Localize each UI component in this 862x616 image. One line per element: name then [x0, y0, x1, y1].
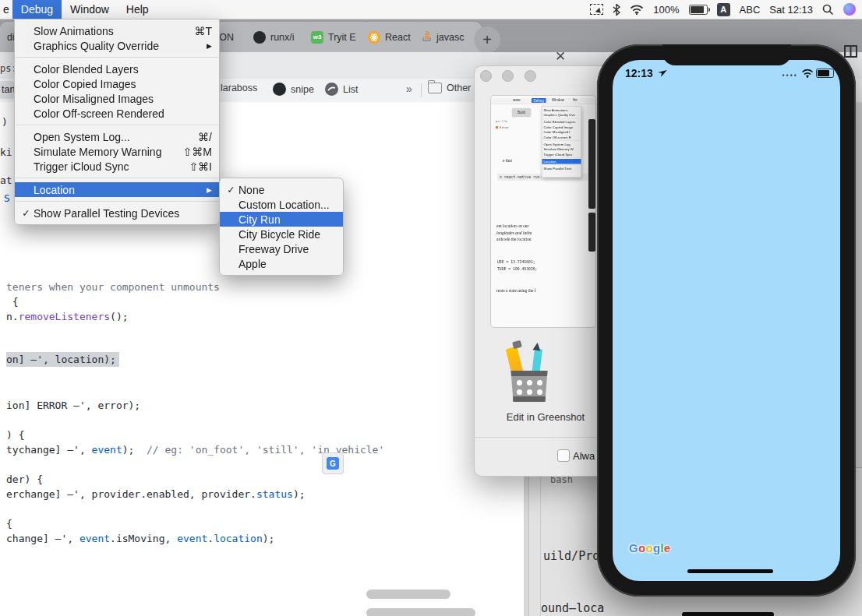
bookmark-laraboss[interactable]: laraboss [221, 83, 257, 93]
greenshot-preview-window: ware Debug Window He Build ps://m Estar … [474, 65, 617, 477]
bookmark-label: snipe [291, 84, 314, 95]
submenu-item-freeway-drive[interactable]: Freeway Drive [220, 241, 343, 256]
iphone-status-bar: 12:13 •••• [613, 67, 840, 79]
react-icon [368, 31, 380, 44]
mini-phone-bezel [588, 213, 595, 252]
code-text: ion] ERROR –', error); [6, 400, 140, 411]
battery-icon[interactable] [689, 5, 708, 15]
submenu-arrow-icon: ▶ [207, 42, 212, 50]
browser-tab-stackoverflow[interactable]: javasc [415, 22, 482, 52]
code-text: der) { [6, 473, 43, 485]
always-checkbox[interactable] [557, 449, 570, 462]
greenshot-pencil-cup-icon [507, 343, 553, 402]
code-text: location [214, 533, 263, 544]
code-text: { [6, 296, 19, 308]
code-text: ); [122, 444, 147, 456]
code-text: teners when your component unmounts [6, 281, 220, 293]
code-text: . [207, 533, 214, 544]
window-zoom-button[interactable] [525, 70, 536, 82]
wifi-icon[interactable] [630, 5, 644, 15]
menu-title-window[interactable]: Window [62, 0, 118, 19]
menu-item-location[interactable]: Location▶ [15, 182, 219, 197]
check-icon: ✓ [224, 184, 238, 195]
cellular-dots-icon: •••• [782, 72, 798, 79]
bluetooth-icon[interactable] [613, 4, 620, 16]
screenshot-thumbnail[interactable]: ware Debug Window He Build ps://m Estar … [490, 95, 596, 328]
battery-icon [816, 69, 834, 78]
submenu-item-apple[interactable]: Apple [220, 256, 343, 271]
code-text: change] –', [6, 533, 79, 544]
translate-button[interactable]: G [322, 452, 344, 474]
menu-title-help[interactable]: Help [118, 0, 157, 19]
menu-item-trigger-icloud-sync[interactable]: Trigger iCloud Sync⇧⌘I [15, 159, 219, 174]
code-fragment: ki [0, 146, 12, 158]
code-text: event [92, 444, 122, 456]
mini-debug-menu: Slow Animations Graphics Quality Ove Col… [542, 106, 581, 178]
submenu-item-city-bicycle-ride[interactable]: City Bicycle Ride [220, 227, 343, 241]
menu-item-color-offscreen-rendered[interactable]: Color Off-screen Rendered [15, 106, 219, 121]
menu-item-simulate-memory-warning[interactable]: Simulate Memory Warning⇧⌘M [15, 144, 219, 159]
menu-item-open-system-log[interactable]: Open System Log...⌘/ [15, 129, 219, 144]
menu-separator [16, 201, 218, 202]
code-fragment: ) [2, 116, 8, 128]
menu-item-color-copied-images[interactable]: Color Copied Images [15, 76, 219, 91]
mini-menubar: ware Debug Window He [491, 98, 595, 104]
google-logo[interactable]: Google [629, 541, 671, 554]
code-text: ); [263, 533, 275, 544]
github-icon [253, 31, 266, 44]
stackoverflow-icon [422, 30, 432, 44]
submenu-item-none[interactable]: ✓None [220, 182, 343, 197]
menu-item-color-misaligned-images[interactable]: Color Misaligned Images [15, 91, 219, 106]
window-minimize-button[interactable] [502, 70, 514, 82]
menu-item-color-blended-layers[interactable]: Color Blended Layers [15, 62, 219, 76]
close-icon[interactable]: ✕ [555, 48, 566, 65]
bookmark-list[interactable]: List [325, 83, 358, 96]
menu-bar-clock[interactable]: Sat 12:13 [769, 4, 813, 16]
submenu-item-city-run[interactable]: City Run [220, 212, 343, 227]
menu-separator [16, 57, 218, 58]
loading-placeholder-bar [366, 608, 475, 616]
menu-separator [16, 178, 218, 178]
code-text: status [256, 488, 293, 500]
split-window-icon[interactable] [844, 45, 857, 58]
submenu-item-custom-location[interactable]: Custom Location... [220, 197, 343, 212]
loading-placeholder-bar [366, 590, 450, 599]
bookmark-snipe[interactable]: snipe [273, 83, 314, 96]
bookmark-label: Other [447, 83, 471, 93]
bookmark-folder-other[interactable]: Other [428, 83, 471, 93]
new-tab-button[interactable]: + [474, 26, 500, 53]
screen-capture-icon[interactable] [590, 4, 603, 15]
status-time: 12:13 [625, 67, 653, 79]
edit-in-greenshot-label[interactable]: Edit in Greenshot [475, 411, 616, 423]
checkbox-label: Alwa [573, 450, 595, 462]
code-text: event [177, 533, 207, 544]
home-indicator[interactable] [687, 569, 773, 573]
menu-item-slow-animations[interactable]: Slow Animations⌘T [15, 23, 219, 38]
check-icon: ✓ [19, 207, 34, 219]
input-source-icon[interactable]: A [717, 3, 730, 16]
code-fragment: at [0, 174, 12, 186]
code-fragment: S [4, 192, 10, 204]
bookmark-label: laraboss [221, 83, 257, 93]
bookmark-label: List [343, 84, 358, 95]
tab-label: runx/i [270, 32, 295, 43]
window-close-button[interactable] [480, 70, 492, 82]
mini-phone-bezel [588, 119, 595, 209]
iphone-simulator: 12:13 •••• Google [597, 44, 856, 597]
menu-item-show-parallel-testing-devices[interactable]: ✓Show Parallel Testing Devices [15, 206, 219, 220]
input-source-label[interactable]: ABC [740, 4, 761, 16]
menu-separator [16, 125, 218, 125]
menu-title-fragment[interactable]: e [0, 0, 12, 19]
mini-build-button: Build [512, 108, 531, 117]
google-translate-icon: G [327, 457, 339, 470]
menu-title-debug[interactable]: Debug [12, 0, 62, 19]
spotlight-search-icon[interactable] [822, 4, 834, 16]
code-text: .isMoving, [110, 533, 177, 544]
wifi-icon [801, 69, 814, 78]
debug-menu: Slow Animations⌘T Graphics Quality Overr… [14, 19, 220, 225]
submenu-arrow-icon: ▶ [207, 186, 212, 194]
bookmarks-overflow-chevron[interactable]: » [406, 83, 412, 95]
siri-icon[interactable] [843, 3, 856, 16]
menu-item-graphics-quality-override[interactable]: Graphics Quality Override▶ [15, 38, 219, 53]
terminal-line: uild/Pro [543, 549, 599, 563]
